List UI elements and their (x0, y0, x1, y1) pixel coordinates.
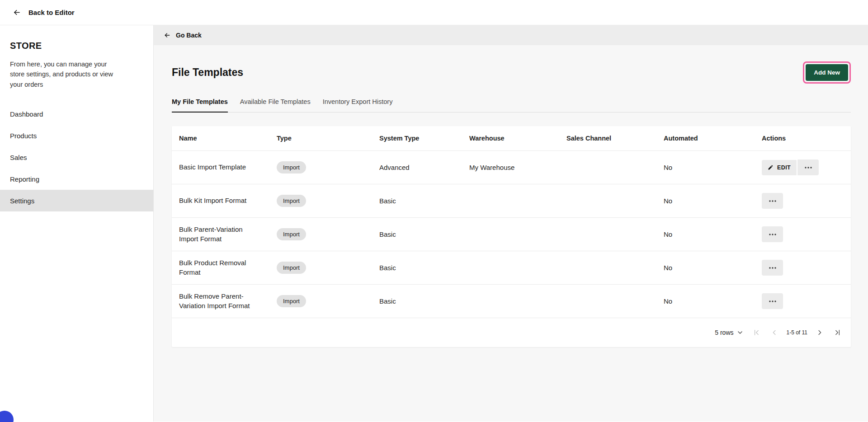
store-sidebar: STORE From here, you can manage your sto… (0, 25, 154, 422)
add-new-button[interactable]: Add New (806, 64, 848, 81)
system-type-value: Basic (379, 297, 469, 305)
first-page-icon (752, 328, 760, 337)
row-actions-menu-button[interactable] (762, 193, 783, 209)
file-templates-table: Name Type System Type Warehouse Sales Ch… (172, 126, 851, 347)
main-content: Go Back File Templates Add New My File T… (154, 25, 868, 422)
rows-per-page-dropdown[interactable]: 5 rows (715, 329, 742, 336)
rows-per-page-label: 5 rows (715, 329, 733, 336)
tab-inventory-export-history[interactable]: Inventory Export History (323, 98, 393, 113)
column-header-name: Name (179, 135, 277, 142)
sidebar-item-dashboard[interactable]: Dashboard (0, 103, 153, 125)
sidebar-item-settings[interactable]: Settings (0, 190, 153, 211)
automated-value: No (664, 230, 762, 238)
table-row: Bulk Parent-Variation Import Format Impo… (172, 218, 851, 251)
template-name: Bulk Product Removal Format (179, 258, 277, 277)
add-new-annotation-highlight: Add New (803, 61, 851, 84)
automated-value: No (664, 264, 762, 272)
column-header-actions: Actions (762, 135, 851, 142)
chevron-left-icon (770, 328, 778, 337)
table-row: Bulk Product Removal Format Import Basic… (172, 251, 851, 285)
automated-value: No (664, 297, 762, 305)
template-name: Bulk Remove Parent-Variation Import Form… (179, 292, 277, 310)
go-back-link[interactable]: Go Back (176, 32, 202, 39)
pencil-icon (768, 164, 774, 170)
file-templates-tabs: My File Templates Available File Templat… (172, 98, 851, 113)
tab-my-file-templates[interactable]: My File Templates (172, 98, 228, 113)
more-options-icon (805, 167, 812, 169)
go-back-bar: Go Back (154, 25, 868, 45)
tab-available-file-templates[interactable]: Available File Templates (240, 98, 311, 113)
type-badge: Import (277, 262, 306, 274)
back-arrow-icon[interactable] (13, 8, 21, 17)
table-row: Bulk Kit Import Format Import Basic No (172, 184, 851, 218)
type-badge: Import (277, 195, 306, 207)
more-options-icon (769, 234, 776, 235)
table-row: Basic Import Template Import Advanced My… (172, 151, 851, 184)
template-name: Basic Import Template (179, 163, 277, 172)
row-actions-menu-button[interactable] (797, 159, 819, 175)
go-back-arrow-icon[interactable] (164, 32, 171, 39)
system-type-value: Basic (379, 264, 469, 272)
top-bar: Back to Editor (0, 0, 868, 25)
system-type-value: Basic (379, 197, 469, 205)
sidebar-nav: Dashboard Products Sales Reporting Setti… (0, 103, 153, 211)
edit-button-label: EDIT (777, 164, 791, 171)
last-page-button[interactable] (834, 328, 842, 337)
type-badge: Import (277, 228, 306, 240)
more-options-icon (769, 300, 776, 302)
sidebar-item-reporting[interactable]: Reporting (0, 168, 153, 190)
table-header-row: Name Type System Type Warehouse Sales Ch… (172, 126, 851, 151)
warehouse-value: My Warehouse (469, 164, 566, 171)
template-name: Bulk Kit Import Format (179, 196, 277, 205)
page-title: File Templates (172, 66, 243, 79)
template-name: Bulk Parent-Variation Import Format (179, 225, 277, 244)
column-header-type: Type (277, 135, 379, 142)
row-actions-menu-button[interactable] (762, 226, 783, 242)
chevron-right-icon (816, 328, 824, 337)
type-badge: Import (277, 295, 306, 307)
column-header-sales-channel: Sales Channel (566, 135, 664, 142)
system-type-value: Advanced (379, 164, 469, 171)
more-options-icon (769, 267, 776, 269)
page-range-label: 1-5 of 11 (787, 329, 807, 336)
back-to-editor-link[interactable]: Back to Editor (28, 9, 75, 16)
edit-button[interactable]: EDIT (762, 160, 797, 175)
row-actions-menu-button[interactable] (762, 260, 783, 276)
last-page-icon (834, 328, 842, 337)
column-header-automated: Automated (664, 135, 762, 142)
sidebar-item-products[interactable]: Products (0, 125, 153, 146)
row-actions-menu-button[interactable] (762, 293, 783, 309)
automated-value: No (664, 197, 762, 205)
sidebar-description: From here, you can manage your store set… (0, 59, 136, 89)
table-row: Bulk Remove Parent-Variation Import Form… (172, 285, 851, 318)
column-header-warehouse: Warehouse (469, 135, 566, 142)
first-page-button[interactable] (752, 328, 760, 337)
column-header-system-type: System Type (379, 135, 469, 142)
sidebar-title: STORE (0, 41, 153, 51)
system-type-value: Basic (379, 230, 469, 238)
next-page-button[interactable] (816, 328, 824, 337)
chevron-down-icon (738, 331, 742, 334)
previous-page-button[interactable] (770, 328, 778, 337)
sidebar-item-sales[interactable]: Sales (0, 146, 153, 168)
table-pagination: 5 rows 1-5 o (172, 318, 851, 347)
type-badge: Import (277, 161, 306, 173)
chat-widget-bubble[interactable] (0, 411, 14, 422)
automated-value: No (664, 164, 762, 171)
more-options-icon (769, 200, 776, 202)
